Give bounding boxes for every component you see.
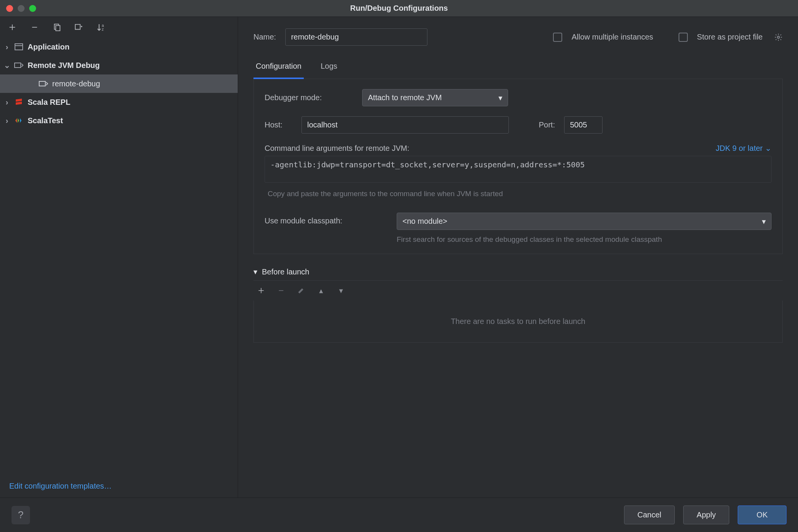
window-minimize-button[interactable] <box>18 5 25 12</box>
application-icon <box>14 43 24 51</box>
debugger-mode-value: Attach to remote JVM <box>368 93 442 102</box>
edit-templates-link[interactable]: Edit configuration templates… <box>0 475 238 497</box>
before-launch-section: ▾ Before launch ▴ ▾ There are no tasks t… <box>253 267 783 343</box>
svg-rect-4 <box>56 25 60 31</box>
remove-icon[interactable] <box>29 22 40 33</box>
allow-multiple-label: Allow multiple instances <box>571 33 653 41</box>
svg-text:z: z <box>102 27 104 31</box>
tree-node-scalatest[interactable]: › ScalaTest <box>0 111 238 130</box>
before-launch-list: There are no tasks to run before launch <box>253 301 783 343</box>
host-label: Host: <box>265 121 292 129</box>
ok-button[interactable]: OK <box>738 506 786 524</box>
move-up-icon[interactable]: ▴ <box>316 286 326 295</box>
before-launch-empty-text: There are no tasks to run before launch <box>451 317 585 326</box>
chevron-right-icon: › <box>4 116 10 125</box>
cmdline-value[interactable]: -agentlib:jdwp=transport=dt_socket,serve… <box>265 156 772 183</box>
before-launch-label: Before launch <box>262 268 309 276</box>
port-input[interactable] <box>564 116 603 134</box>
allow-multiple-checkbox[interactable] <box>553 33 562 42</box>
debugger-mode-label: Debugger mode: <box>265 93 353 102</box>
help-button[interactable]: ? <box>12 506 30 524</box>
configuration-panel: Debugger mode: Attach to remote JVM ▾ Ho… <box>253 79 783 254</box>
scala-icon <box>14 98 24 106</box>
module-hint: First search for sources of the debugged… <box>397 235 696 244</box>
window-zoom-button[interactable] <box>29 5 36 12</box>
module-select[interactable]: <no module> ▾ <box>397 213 772 230</box>
edit-icon[interactable] <box>296 286 306 295</box>
cancel-button[interactable]: Cancel <box>624 506 675 524</box>
store-project-checkbox[interactable] <box>679 33 688 42</box>
save-template-icon[interactable] <box>74 22 84 33</box>
svg-rect-10 <box>15 63 21 68</box>
tree-node-remote-debug-config[interactable]: remote-debug <box>0 74 238 93</box>
port-label: Port: <box>539 121 555 129</box>
caret-down-icon: ⌄ <box>765 144 772 153</box>
scalatest-icon <box>14 116 24 125</box>
copy-icon[interactable] <box>51 22 62 33</box>
svg-rect-8 <box>15 44 23 50</box>
tree-label: ScalaTest <box>28 116 63 125</box>
move-down-icon[interactable]: ▾ <box>336 286 346 295</box>
gear-icon[interactable] <box>774 33 783 41</box>
remove-icon[interactable] <box>276 286 286 295</box>
footer: ? Cancel Apply OK <box>0 497 798 532</box>
tree-label: Scala REPL <box>28 98 70 107</box>
svg-marker-14 <box>20 118 22 123</box>
tab-logs[interactable]: Logs <box>318 56 339 79</box>
config-tree: › Application ⌄ Remote JVM Debug remote-… <box>0 38 238 475</box>
chevron-right-icon: › <box>4 98 10 107</box>
cmdline-label: Command line arguments for remote JVM: <box>265 144 409 153</box>
tree-node-application[interactable]: › Application <box>0 38 238 56</box>
tab-configuration[interactable]: Configuration <box>253 56 304 79</box>
jdk-version-link[interactable]: JDK 9 or later⌄ <box>716 144 772 153</box>
remote-debug-icon <box>14 61 24 69</box>
tree-label: Remote JVM Debug <box>28 61 100 70</box>
before-launch-toolbar: ▴ ▾ <box>253 281 783 301</box>
module-label: Use module classpath: <box>265 213 387 225</box>
before-launch-header[interactable]: ▾ Before launch <box>253 267 783 281</box>
sidebar: az › Application ⌄ Remote JVM Debug remo… <box>0 17 238 497</box>
chevron-down-icon: ⌄ <box>4 61 10 70</box>
caret-down-icon: ▾ <box>498 93 502 102</box>
store-project-label: Store as project file <box>697 33 763 41</box>
name-label: Name: <box>253 33 276 41</box>
caret-down-icon: ▾ <box>253 267 257 276</box>
window-title: Run/Debug Configurations <box>350 4 448 13</box>
remote-debug-config-icon <box>38 79 48 88</box>
tree-label: remote-debug <box>52 79 100 88</box>
name-input[interactable] <box>285 28 427 46</box>
tree-node-remote-jvm-debug[interactable]: ⌄ Remote JVM Debug <box>0 56 238 74</box>
module-value: <no module> <box>402 217 447 226</box>
add-icon[interactable] <box>7 22 18 33</box>
tree-label: Application <box>28 43 70 51</box>
tree-node-scala-repl[interactable]: › Scala REPL <box>0 93 238 111</box>
chevron-right-icon: › <box>4 43 10 51</box>
svg-marker-13 <box>18 118 19 123</box>
title-bar: Run/Debug Configurations <box>0 0 798 17</box>
sort-alpha-icon[interactable]: az <box>96 22 107 33</box>
caret-down-icon: ▾ <box>762 217 766 226</box>
svg-rect-11 <box>39 81 45 86</box>
apply-button[interactable]: Apply <box>683 506 729 524</box>
window-close-button[interactable] <box>6 5 13 12</box>
cmdline-hint: Copy and paste the arguments to the comm… <box>265 190 772 198</box>
debugger-mode-select[interactable]: Attach to remote JVM ▾ <box>362 89 508 106</box>
sidebar-toolbar: az <box>0 17 238 38</box>
tabs: Configuration Logs <box>253 56 783 79</box>
svg-marker-12 <box>15 118 17 123</box>
host-input[interactable] <box>301 116 509 134</box>
add-icon[interactable] <box>257 286 266 295</box>
content-pane: Name: Allow multiple instances Store as … <box>238 17 798 497</box>
svg-point-15 <box>777 36 780 38</box>
